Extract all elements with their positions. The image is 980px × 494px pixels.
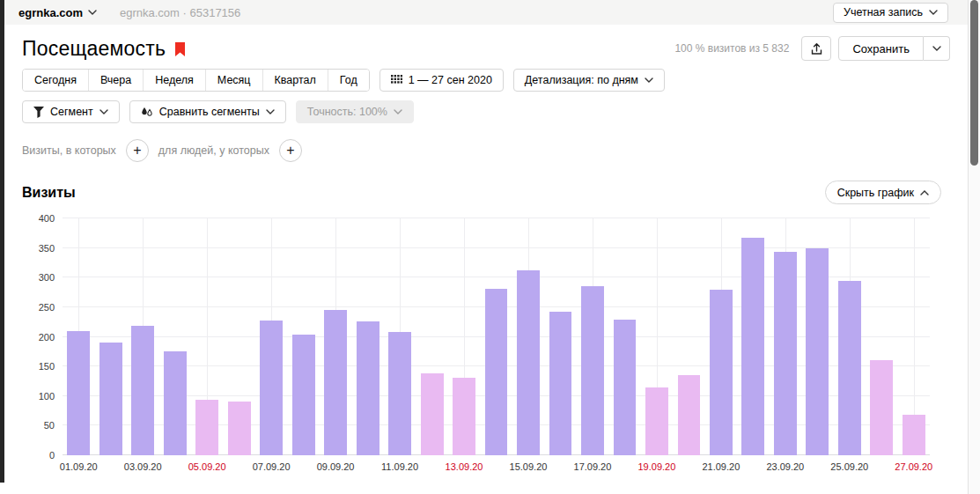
bar-slot <box>255 218 287 455</box>
bar-02.09.20[interactable] <box>99 343 122 455</box>
x-tick-label: 09.09.20 <box>317 461 355 472</box>
bar-19.09.20[interactable] <box>645 387 668 455</box>
period-tab-0[interactable]: Сегодня <box>23 70 88 91</box>
export-button[interactable] <box>801 36 831 61</box>
bar-16.09.20[interactable] <box>549 312 572 455</box>
bar-25.09.20[interactable] <box>838 281 861 455</box>
y-tick-label: 100 <box>39 391 55 402</box>
bar-27.09.20[interactable] <box>903 415 925 455</box>
add-visit-condition-button[interactable]: + <box>126 139 149 162</box>
bar-21.09.20[interactable] <box>710 290 733 455</box>
title-row: Посещаемость 100 % визитов из 5 832 Сохр… <box>4 25 968 61</box>
segment-button[interactable]: Сегмент <box>22 100 120 123</box>
bar-08.09.20[interactable] <box>292 335 315 455</box>
visits-bar-chart: 05010015020025030035040001.09.2003.09.20… <box>63 218 930 455</box>
bar-slot <box>351 218 383 455</box>
bar-slot <box>416 218 447 455</box>
bar-07.09.20[interactable] <box>260 321 283 455</box>
bar-12.09.20[interactable] <box>421 373 444 455</box>
bar-15.09.20[interactable] <box>517 270 540 455</box>
chevron-down-icon <box>929 10 938 15</box>
accuracy-button[interactable]: Точность: 100% <box>296 100 414 123</box>
account-button[interactable]: Учетная запись <box>833 3 948 23</box>
conditions-row: Визиты, в которых + для людей, у которых… <box>4 123 968 162</box>
y-tick-label: 300 <box>39 272 55 283</box>
account-button-label: Учетная запись <box>844 6 923 18</box>
detalization-label: Детализация: по дням <box>525 74 638 86</box>
hide-chart-button[interactable]: Скрыть график <box>825 181 941 204</box>
bar-slot <box>223 218 254 455</box>
counter-meta: egrnka.com · 65317156 <box>120 6 240 19</box>
bar-slot <box>158 218 190 455</box>
bar-26.09.20[interactable] <box>870 360 893 455</box>
bar-05.09.20[interactable] <box>195 400 218 455</box>
add-people-condition-button[interactable]: + <box>279 139 302 162</box>
date-range-label: 1 — 27 сен 2020 <box>409 74 492 86</box>
y-tick-label: 0 <box>49 450 55 461</box>
x-tick-label: 21.09.20 <box>702 461 740 472</box>
bar-slot <box>866 218 897 455</box>
chart-section-header: Визиты Скрыть график <box>4 162 968 204</box>
compare-segments-button[interactable]: Сравнить сегменты <box>129 100 286 123</box>
calendar-grid-icon <box>391 75 402 85</box>
bar-24.09.20[interactable] <box>806 248 829 455</box>
bar-22.09.20[interactable] <box>741 238 764 455</box>
bookmark-icon[interactable] <box>174 42 186 57</box>
save-button[interactable]: Сохранить <box>838 36 924 61</box>
scrollbar-track[interactable] <box>968 0 980 494</box>
bar-14.09.20[interactable] <box>485 289 508 455</box>
bar-04.09.20[interactable] <box>164 351 187 455</box>
bar-slot <box>63 218 94 455</box>
segment-label: Сегмент <box>50 106 93 118</box>
counter-name: egrnka.com <box>18 6 83 19</box>
segment-toolbar: Сегмент Сравнить сегменты Точность: 100% <box>4 92 968 123</box>
x-tick-label: 15.09.20 <box>510 461 548 472</box>
save-dropdown-button[interactable] <box>924 36 950 61</box>
save-button-label: Сохранить <box>852 42 910 55</box>
scrollbar-thumb[interactable] <box>970 0 978 166</box>
y-tick-label: 400 <box>39 213 55 224</box>
accuracy-label: Точность: 100% <box>307 106 387 118</box>
detalization-button[interactable]: Детализация: по дням <box>513 69 665 92</box>
bar-slot <box>480 218 512 455</box>
x-tick-label: 19.09.20 <box>637 461 675 472</box>
counter-selector[interactable]: egrnka.com <box>18 6 97 19</box>
x-tick-label: 01.09.20 <box>60 461 98 472</box>
x-axis: 01.09.2003.09.2005.09.2007.09.2009.09.20… <box>63 461 930 474</box>
date-range-button[interactable]: 1 — 27 сен 2020 <box>379 69 504 92</box>
period-tab-4[interactable]: Квартал <box>262 70 328 91</box>
bar-11.09.20[interactable] <box>388 332 411 455</box>
chevron-up-icon <box>920 190 929 195</box>
bar-23.09.20[interactable] <box>774 252 797 455</box>
bar-18.09.20[interactable] <box>614 320 637 455</box>
bar-03.09.20[interactable] <box>131 326 154 455</box>
bar-13.09.20[interactable] <box>453 378 475 455</box>
period-tab-5[interactable]: Год <box>328 70 369 91</box>
bar-09.09.20[interactable] <box>324 310 347 455</box>
bar-slot <box>737 218 769 455</box>
y-tick-label: 250 <box>39 302 55 313</box>
chevron-down-icon <box>99 109 108 114</box>
bar-06.09.20[interactable] <box>228 402 251 455</box>
y-tick-label: 150 <box>39 361 55 372</box>
chevron-down-icon <box>645 77 653 83</box>
bar-slot <box>577 218 608 455</box>
period-tab-3[interactable]: Месяц <box>205 70 262 91</box>
hide-chart-label: Скрыть график <box>837 187 914 199</box>
bar-slot <box>320 218 351 455</box>
bar-slot <box>705 218 737 455</box>
funnel-icon <box>33 107 44 118</box>
chart-section-title: Визиты <box>22 185 76 201</box>
period-tab-1[interactable]: Вчера <box>88 70 143 91</box>
bar-01.09.20[interactable] <box>67 331 90 455</box>
topbar: egrnka.com egrnka.com · 65317156 Учетная… <box>4 0 968 25</box>
bar-10.09.20[interactable] <box>357 321 379 455</box>
bar-20.09.20[interactable] <box>678 375 701 455</box>
export-icon <box>810 42 823 55</box>
bar-slot <box>127 218 158 455</box>
period-tab-2[interactable]: Неделя <box>143 70 205 91</box>
bar-17.09.20[interactable] <box>581 286 604 455</box>
x-tick-label: 25.09.20 <box>830 461 868 472</box>
x-tick-label: 23.09.20 <box>766 461 804 472</box>
compare-segments-label: Сравнить сегменты <box>159 106 260 118</box>
